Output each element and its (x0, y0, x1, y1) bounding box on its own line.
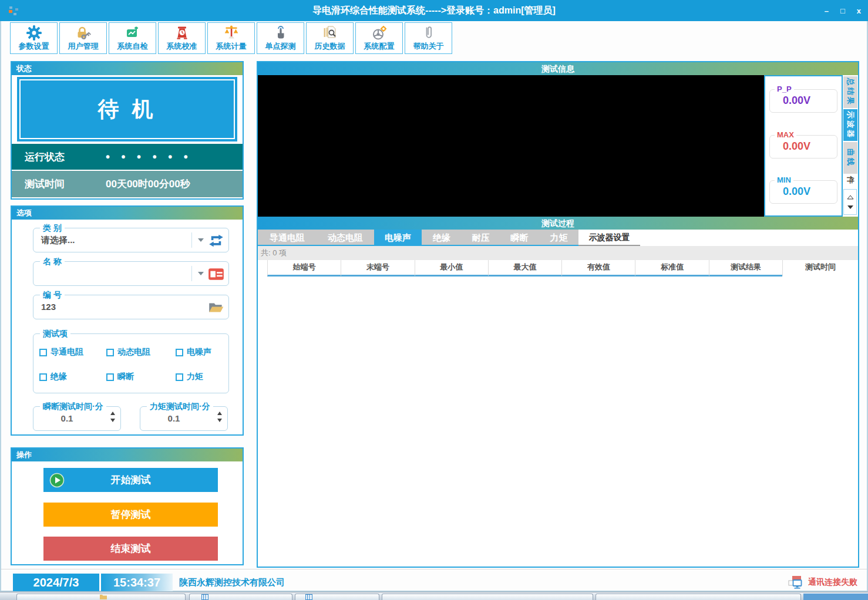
checkbox-icon[interactable] (106, 349, 114, 356)
scroll-down-icon[interactable] (847, 205, 854, 210)
lock-key-icon (75, 25, 92, 41)
test-time-value: 00天00时00分00秒 (106, 177, 190, 191)
side-tab-total-result[interactable]: 总结果 (843, 76, 857, 108)
oscilloscope-display (258, 75, 764, 217)
break-test-time-spinner[interactable]: 瞬断测试时间·分 0.1 (33, 406, 121, 431)
window-title: 导电滑环综合性能测试系统----->登录账号：admin[管理员] (0, 0, 868, 21)
balance-icon (223, 25, 240, 41)
test-items-label: 测试项 (40, 329, 70, 338)
tool-label: 帮助关于 (413, 41, 444, 52)
taskbar-item[interactable] (382, 594, 593, 600)
checkbox-icon[interactable] (176, 349, 183, 356)
stop-test-button[interactable]: 结束测试 (43, 537, 218, 561)
col-test-result[interactable]: 测试结果 (709, 260, 782, 277)
bottom-separator (1, 569, 867, 569)
self-check-icon (125, 25, 141, 41)
system-metering-button[interactable]: 系统计量 (207, 22, 255, 54)
number-field[interactable]: 编 号 123 (33, 295, 229, 319)
tab-oscilloscope-settings[interactable]: 示波器设置 (578, 230, 640, 246)
user-management-button[interactable]: 用户管理 (59, 22, 107, 54)
id-card-icon[interactable] (207, 265, 225, 283)
col-max-value[interactable]: 最大值 (488, 260, 561, 277)
category-value: 请选择... (41, 228, 75, 252)
tab-dynamic-resistance[interactable]: 动态电阻 (317, 230, 374, 246)
chevron-down-icon[interactable] (198, 272, 204, 275)
category-combobox[interactable]: 类 别 请选择... (33, 228, 229, 252)
refresh-icon[interactable] (207, 232, 225, 250)
history-search-icon (322, 25, 338, 41)
checkbox-label: 电噪声 (187, 347, 211, 358)
taskbar-highlight-item[interactable] (803, 594, 868, 600)
checkbox-icon[interactable] (176, 373, 183, 381)
col-start-terminal[interactable]: 始端号 (267, 260, 341, 277)
company-name: 陕西永辉测控技术有限公司 (179, 574, 285, 591)
table-spacer-column (258, 260, 267, 277)
standby-state-box: 待 机 (17, 77, 237, 141)
col-min-value[interactable]: 最小值 (415, 260, 488, 277)
side-tab-oscilloscope[interactable]: 示波器 (843, 109, 857, 141)
side-tab-partial[interactable]: 件 (843, 175, 857, 187)
stop-test-label: 结束测试 (111, 542, 151, 555)
pause-test-button[interactable]: 暂停测试 (43, 503, 218, 527)
pp-label: P_P (775, 85, 794, 93)
tool-label: 系统自检 (117, 41, 148, 52)
run-status-row: 运行状态 • • • • • • (12, 144, 243, 170)
checkbox-icon[interactable] (106, 373, 114, 381)
col-end-terminal[interactable]: 末端号 (341, 260, 414, 277)
scroll-up-icon[interactable] (847, 195, 854, 200)
single-point-probe-button[interactable]: 单点探测 (257, 22, 304, 54)
side-tab-curve[interactable]: 曲线 (843, 142, 857, 174)
params-settings-button[interactable]: 参数设置 (10, 22, 58, 54)
torque-test-time-spinner[interactable]: 力矩测试时间·分 0.1 (140, 406, 228, 431)
history-data-button[interactable]: 历史数据 (306, 22, 354, 54)
col-test-time[interactable]: 测试时间 (782, 260, 858, 277)
pause-test-label: 暂停测试 (111, 508, 151, 521)
tab-electrical-noise[interactable]: 电噪声 (374, 230, 422, 246)
combo-separator (191, 266, 192, 281)
side-tab-strip: 总结果 示波器 曲线 件 (843, 75, 858, 217)
tab-withstand-voltage[interactable]: 耐压 (462, 230, 500, 246)
time-display: 15:34:37 (101, 574, 173, 591)
checkbox-insulation[interactable]: 绝缘 (39, 372, 67, 382)
system-self-check-button[interactable]: 系统自检 (109, 22, 156, 54)
tab-insulation[interactable]: 绝缘 (422, 230, 462, 246)
checkbox-conduct-resistance[interactable]: 导通电阻 (39, 347, 83, 358)
help-about-button[interactable]: 帮助关于 (405, 22, 452, 54)
taskbar-item[interactable] (596, 594, 801, 600)
system-calibration-button[interactable]: 系统校准 (158, 22, 206, 54)
checkbox-torque[interactable]: 力矩 (176, 372, 203, 382)
tool-label: 系统校准 (167, 41, 197, 52)
checkbox-icon[interactable] (39, 349, 47, 356)
taskbar (0, 592, 868, 600)
checkbox-dynamic-resistance[interactable]: 动态电阻 (106, 347, 150, 358)
tool-label: 参数设置 (19, 41, 49, 52)
spin-up-icon[interactable] (217, 412, 222, 415)
combo-separator (191, 232, 192, 248)
standby-state-text: 待 机 (19, 79, 235, 139)
test-time-row: 测试时间 00天00时00分00秒 (12, 171, 243, 197)
options-panel: 选项 类 别 请选择... 名 称 (11, 205, 244, 436)
tab-conduct-resistance[interactable]: 导通电阻 (258, 230, 317, 246)
spin-up-icon[interactable] (110, 412, 115, 415)
chevron-down-icon[interactable] (198, 238, 204, 242)
spin-down-icon[interactable] (217, 419, 222, 422)
start-test-button[interactable]: 开始测试 (43, 468, 218, 492)
tab-momentary-break[interactable]: 瞬断 (500, 230, 539, 246)
checkbox-icon[interactable] (39, 373, 47, 381)
name-combobox[interactable]: 名 称 (33, 261, 229, 286)
start-test-label: 开始测试 (111, 473, 151, 487)
checkbox-momentary-break[interactable]: 瞬断 (106, 372, 134, 382)
test-items-group: 测试项 导通电阻 动态电阻 电噪声 绝缘 瞬断 (33, 333, 229, 393)
results-table-body[interactable] (258, 277, 858, 567)
minimize-button[interactable]: – (825, 6, 829, 15)
spin-down-icon[interactable] (110, 419, 115, 422)
close-button[interactable]: x (857, 6, 861, 15)
col-standard-value[interactable]: 标准值 (635, 260, 708, 277)
col-effective-value[interactable]: 有效值 (561, 260, 635, 277)
checkbox-electrical-noise[interactable]: 电噪声 (176, 347, 211, 358)
test-info-panel: 测试信息 P_P 0.00V MAX 0.00V MIN 0.00V 总结果 示… (257, 61, 859, 568)
system-config-button[interactable]: 系统配置 (355, 22, 403, 54)
open-folder-icon[interactable] (207, 299, 225, 316)
maximize-button[interactable]: □ (840, 6, 845, 15)
tab-torque[interactable]: 力矩 (539, 230, 578, 246)
